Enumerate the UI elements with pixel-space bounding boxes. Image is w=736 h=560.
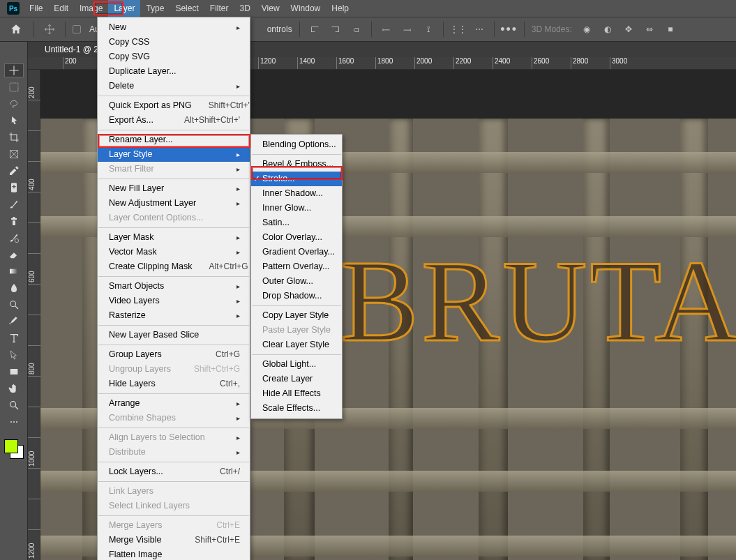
frame-tool[interactable] — [5, 148, 23, 160]
distribute-h-icon[interactable]: ⋮⋮ — [451, 22, 466, 37]
ruler-vertical[interactable]: 20040060080010001200 — [28, 70, 40, 560]
more-icon[interactable]: ••• — [502, 22, 517, 37]
menu-separator — [252, 154, 341, 155]
menu-item-copy-layer-style[interactable]: Copy Layer Style — [251, 308, 342, 323]
logo-text: Ps — [9, 5, 17, 13]
menu-item-satin[interactable]: Satin... — [251, 215, 342, 230]
menu-item-duplicate-layer[interactable]: Duplicate Layer... — [98, 64, 250, 79]
menu-file[interactable]: File — [24, 0, 48, 17]
align-top-icon[interactable]: ⟝ — [379, 22, 394, 37]
menu-type[interactable]: Type — [140, 0, 170, 17]
menu-item-hide-layers[interactable]: Hide LayersCtrl+, — [98, 377, 250, 391]
menu-item-new[interactable]: New — [98, 20, 250, 35]
menu-item-pattern-overlay[interactable]: Pattern Overlay... — [251, 259, 342, 274]
crop-tool[interactable] — [5, 131, 23, 144]
zoom-tool[interactable] — [5, 399, 23, 411]
move-tool[interactable] — [5, 64, 23, 77]
menu-item-rename-layer[interactable]: Rename Layer... — [98, 133, 250, 147]
roll-icon[interactable]: ◐ — [600, 22, 615, 37]
menu-item-inner-shadow[interactable]: Inner Shadow... — [251, 186, 342, 201]
menu-item-rasterize[interactable]: Rasterize — [98, 308, 250, 323]
orbit-icon[interactable]: ◉ — [579, 22, 594, 37]
color-swatches[interactable] — [4, 439, 24, 459]
heal-tool[interactable] — [5, 181, 23, 194]
edit-toolbar-tool[interactable] — [5, 416, 23, 428]
quick-select-tool[interactable] — [5, 114, 23, 127]
zoom-3d-icon[interactable]: ■ — [663, 22, 678, 37]
menu-help[interactable]: Help — [326, 0, 354, 17]
menu-item-delete[interactable]: Delete — [98, 79, 250, 93]
menu-item-smart-objects[interactable]: Smart Objects — [98, 279, 250, 294]
menu-item-layer-style[interactable]: Layer Style — [98, 147, 250, 162]
distribute-v-icon[interactable]: ⋯ — [472, 22, 487, 37]
clone-tool[interactable] — [5, 215, 23, 227]
ruler-mark: 1200 — [258, 57, 297, 70]
menu-item-export-as[interactable]: Export As...Alt+Shift+Ctrl+' — [98, 113, 250, 128]
menu-item-new-layer-based-slice[interactable]: New Layer Based Slice — [98, 328, 250, 342]
menu-3d[interactable]: 3D — [234, 0, 255, 17]
menu-layer[interactable]: Layer — [108, 0, 140, 17]
type-tool[interactable] — [5, 332, 23, 345]
lasso-tool[interactable] — [5, 98, 23, 110]
menu-item-group-layers[interactable]: Group LayersCtrl+G — [98, 347, 250, 362]
menu-item-lock-layers[interactable]: Lock Layers...Ctrl+/ — [98, 464, 250, 479]
menu-item-stroke[interactable]: ✓Stroke... — [251, 172, 342, 186]
align-middle-icon[interactable]: ⟞ — [400, 22, 415, 37]
menu-item-clear-layer-style[interactable]: Clear Layer Style — [251, 338, 342, 352]
path-select-tool[interactable] — [5, 349, 23, 361]
eraser-tool[interactable] — [5, 248, 23, 261]
menu-item-arrange[interactable]: Arrange — [98, 396, 250, 411]
menu-image[interactable]: Image — [74, 0, 108, 17]
slide-icon[interactable]: ⇔ — [642, 22, 657, 37]
menu-select[interactable]: Select — [170, 0, 204, 17]
menu-item-vector-mask[interactable]: Vector Mask — [98, 245, 250, 259]
menu-window[interactable]: Window — [285, 0, 326, 17]
pan-icon[interactable]: ✥ — [621, 22, 636, 37]
menu-item-video-layers[interactable]: Video Layers — [98, 294, 250, 308]
menu-item-color-overlay[interactable]: Color Overlay... — [251, 230, 342, 245]
headline-text-layer[interactable]: BRUTAL — [340, 234, 736, 368]
menu-item-layer-mask[interactable]: Layer Mask — [98, 230, 250, 245]
menu-item-gradient-overlay[interactable]: Gradient Overlay... — [251, 245, 342, 259]
checkbox-icon[interactable] — [73, 25, 81, 33]
align-bottom-icon[interactable]: ⟟ — [421, 22, 436, 37]
menu-item-new-fill-layer[interactable]: New Fill Layer — [98, 181, 250, 196]
menu-item-inner-glow[interactable]: Inner Glow... — [251, 201, 342, 215]
menu-item-blending-options[interactable]: Blending Options... — [251, 137, 342, 152]
rectangle-tool[interactable] — [5, 365, 23, 378]
menu-item-create-layer[interactable]: Create Layer — [251, 372, 342, 386]
menu-item-global-light[interactable]: Global Light... — [251, 357, 342, 372]
menu-item-copy-svg[interactable]: Copy SVG — [98, 50, 250, 64]
eyedropper-tool[interactable] — [5, 165, 23, 177]
foreground-color-swatch[interactable] — [4, 439, 18, 453]
menu-item-outer-glow[interactable]: Outer Glow... — [251, 274, 342, 289]
menu-item-copy-css[interactable]: Copy CSS — [98, 35, 250, 50]
home-icon[interactable] — [6, 21, 27, 38]
marquee-tool[interactable] — [5, 81, 23, 93]
align-center-h-icon[interactable]: ⫎ — [328, 22, 343, 37]
brush-tool[interactable] — [5, 198, 23, 211]
menu-item-drop-shadow[interactable]: Drop Shadow... — [251, 289, 342, 303]
auto-select-group[interactable]: Au — [73, 24, 100, 34]
move-tool-icon[interactable] — [41, 21, 58, 38]
align-right-icon[interactable]: ⫏ — [349, 22, 364, 37]
menu-item-quick-export-as-png[interactable]: Quick Export as PNGShift+Ctrl+' — [98, 98, 250, 113]
menu-item-merge-visible[interactable]: Merge VisibleShift+Ctrl+E — [98, 533, 250, 547]
menu-edit[interactable]: Edit — [48, 0, 74, 17]
blur-tool[interactable] — [5, 282, 23, 294]
menu-view[interactable]: View — [256, 0, 285, 17]
dodge-tool[interactable] — [5, 298, 23, 311]
menu-item-create-clipping-mask[interactable]: Create Clipping MaskAlt+Ctrl+G — [98, 259, 250, 274]
pen-tool[interactable] — [5, 315, 23, 328]
menu-item-flatten-image[interactable]: Flatten Image — [98, 547, 250, 560]
menu-filter[interactable]: Filter — [204, 0, 234, 17]
menu-item-hide-all-effects[interactable]: Hide All Effects — [251, 386, 342, 401]
align-left-icon[interactable]: ⫍ — [307, 22, 322, 37]
menu-item-bevel-emboss[interactable]: Bevel & Emboss... — [251, 157, 342, 172]
menu-item-label: Export As... — [109, 114, 153, 126]
history-brush-tool[interactable] — [5, 232, 23, 244]
menu-item-new-adjustment-layer[interactable]: New Adjustment Layer — [98, 196, 250, 211]
gradient-tool[interactable] — [5, 265, 23, 278]
menu-item-scale-effects[interactable]: Scale Effects... — [251, 401, 342, 416]
hand-tool[interactable] — [5, 382, 23, 395]
